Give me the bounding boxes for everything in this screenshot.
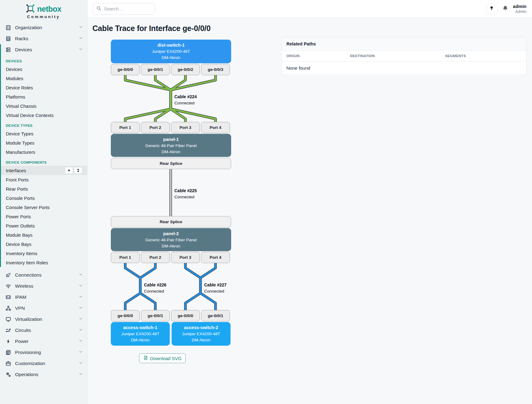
trace-node-panel1[interactable]: panel-1Generic 48-Pair Fiber PanelDM-Akr… (111, 134, 231, 157)
related-paths-header-row: ORIGINDESTINATIONSEGMENTS (282, 51, 526, 61)
sidebar-item-device-roles[interactable]: Device Roles (1, 83, 87, 92)
sidebar-section-header: DEVICE COMPONENTS (6, 161, 82, 164)
app-root: netbox Community Organization Racks Devi… (0, 0, 532, 404)
cable-label-227[interactable]: Cable #227Connected (204, 282, 227, 294)
sidebar-nav: Organization Racks Devices DEVICESDevice… (0, 22, 87, 380)
sidebar-devices-group: Devices DEVICESDevicesModulesDevice Role… (0, 44, 87, 267)
related-paths-card: Related Paths ORIGINDESTINATIONSEGMENTS … (282, 37, 526, 75)
search-box[interactable] (92, 3, 155, 15)
trace-port-origin-interface[interactable]: ge-0/0/3 (201, 64, 230, 75)
trace-port-panel1-front[interactable]: Port 1 (111, 122, 140, 133)
document-icon (6, 350, 11, 355)
monitor-icon (6, 317, 11, 322)
sidebar-item-wireless[interactable]: Wireless (0, 281, 87, 292)
gear-icon (6, 372, 11, 377)
briefcase-icon (6, 361, 11, 366)
sidebar-item-front-ports[interactable]: Front Ports (1, 175, 87, 184)
sidebar-item-circuits[interactable]: Circuits (0, 325, 87, 336)
related-paths-empty-row: None found (282, 61, 526, 75)
trace-port-panel2-front[interactable]: Port 1 (111, 252, 140, 263)
bolt-icon (6, 339, 11, 344)
sidebar-item-power[interactable]: Power (0, 336, 87, 347)
sidebar-item-console-server-ports[interactable]: Console Server Ports (1, 203, 87, 212)
trace-node-panel2[interactable]: panel-2Generic 48-Pair Fiber PanelDM-Akr… (111, 228, 231, 251)
trace-port-origin-interface[interactable]: ge-0/0/1 (141, 64, 170, 75)
vpn-icon (6, 305, 11, 311)
search-input[interactable] (104, 6, 151, 11)
cable-label-225[interactable]: Cable #225Connected (174, 188, 197, 200)
sidebar-item-provisioning[interactable]: Provisioning (0, 347, 87, 358)
sidebar-item-inventory-items[interactable]: Inventory Items (1, 249, 87, 258)
brand[interactable]: netbox Community (0, 0, 87, 22)
plus-icon: + (68, 168, 70, 173)
sidebar-item-console-ports[interactable]: Console Ports (1, 193, 87, 203)
sidebar-item-module-types[interactable]: Module Types (1, 138, 87, 147)
trace-port-panel1-front[interactable]: Port 2 (141, 122, 170, 133)
import-button[interactable]: ↥ (74, 167, 82, 174)
trace-node-access-switch-2[interactable]: access-switch-2Juniper EX4200-48TDM-Akro… (172, 322, 231, 346)
trace-port-dest-interface[interactable]: ge-0/0/0 (171, 310, 200, 321)
theme-toggle-button[interactable] (486, 4, 498, 14)
column-header-segments: SEGMENTS (445, 54, 522, 58)
sidebar-item-customization[interactable]: Customization (0, 358, 87, 369)
trace-node-origin-device[interactable]: dist-switch-1Juniper EX4200-48TDM-Akron (111, 40, 231, 63)
brand-subtitle: Community (0, 14, 87, 19)
notifications-button[interactable] (502, 5, 508, 13)
sidebar-bottom-items: Connections Wireless IPAM VPN Virtualiza… (0, 270, 87, 380)
add-button[interactable]: + (65, 167, 73, 174)
sidebar-item-module-bays[interactable]: Module Bays (1, 230, 87, 239)
trace-port-panel1-rear[interactable]: Rear Splice (111, 158, 231, 169)
sidebar-item-vpn[interactable]: VPN (0, 303, 87, 314)
sidebar-item-power-ports[interactable]: Power Ports (1, 212, 87, 221)
sidebar-item-platforms[interactable]: Platforms (1, 92, 87, 101)
cable-label-226[interactable]: Cable #226Connected (144, 282, 166, 294)
sidebar-item-virtual-device-contexts[interactable]: Virtual Device Contexts (1, 111, 87, 120)
sidebar-item-device-types[interactable]: Device Types (1, 129, 87, 138)
trace-port-panel1-front[interactable]: Port 3 (171, 122, 200, 133)
trace-port-origin-interface[interactable]: ge-0/0/0 (111, 64, 140, 75)
wifi-icon (6, 283, 11, 289)
trace-port-dest-interface[interactable]: ge-0/0/0 (111, 310, 140, 321)
sidebar-item-racks[interactable]: Racks (0, 33, 87, 44)
trace-port-panel2-front[interactable]: Port 4 (201, 252, 230, 263)
column-header-origin: ORIGIN (286, 54, 350, 58)
trace-port-panel1-front[interactable]: Port 4 (201, 122, 230, 133)
trace-port-panel2-front[interactable]: Port 2 (141, 252, 170, 263)
trace-node-access-switch-1[interactable]: access-switch-1Juniper EX4200-48TDM-Akro… (111, 322, 170, 346)
sidebar-section-header: DEVICE TYPES (6, 124, 82, 127)
sidebar-item-connections[interactable]: Connections (0, 270, 87, 281)
lightbulb-icon (489, 6, 494, 12)
chevron-down-icon (79, 36, 83, 41)
search-icon (96, 6, 101, 12)
chevron-down-icon (79, 350, 83, 355)
sidebar: netbox Community Organization Racks Devi… (0, 0, 87, 404)
sidebar-item-power-outlets[interactable]: Power Outlets (1, 221, 87, 230)
download-svg-button[interactable]: Download SVG (139, 353, 186, 363)
sidebar-item-manufacturers[interactable]: Manufacturers (1, 147, 87, 157)
sidebar-item-ipam[interactable]: IPAM (0, 292, 87, 303)
bell-icon (502, 7, 508, 12)
trace-port-origin-interface[interactable]: ge-0/0/2 (171, 64, 200, 75)
sidebar-item-device-bays[interactable]: Device Bays (1, 239, 87, 249)
sidebar-item-interfaces[interactable]: Interfaces+↥ (1, 166, 87, 175)
sidebar-item-modules[interactable]: Modules (1, 74, 87, 83)
netbox-logo-icon (26, 4, 35, 14)
cable-lines (110, 38, 232, 347)
sidebar-item-virtual-chassis[interactable]: Virtual Chassis (1, 101, 87, 111)
chevron-down-icon (79, 272, 83, 278)
trace-port-panel2-front[interactable]: Port 3 (171, 252, 200, 263)
user-menu[interactable]: admin Admin (513, 4, 526, 14)
sidebar-item-rear-ports[interactable]: Rear Ports (1, 184, 87, 193)
trace-port-dest-interface[interactable]: ge-0/0/1 (141, 310, 170, 321)
rack-icon (6, 36, 11, 41)
sidebar-item-devices[interactable]: Devices (1, 44, 87, 55)
trace-port-panel2-rear[interactable]: Rear Splice (111, 216, 231, 227)
sidebar-item-operations[interactable]: Operations (0, 369, 87, 380)
cable-label-224[interactable]: Cable #224Connected (174, 94, 197, 106)
sidebar-item-inventory-item-roles[interactable]: Inventory Item Roles (1, 258, 87, 267)
page-content: Cable Trace for Interface ge-0/0/0 dist-… (87, 18, 532, 404)
sidebar-item-virtualization[interactable]: Virtualization (0, 314, 87, 325)
sidebar-item-devices[interactable]: Devices (1, 64, 87, 74)
sidebar-item-organization[interactable]: Organization (0, 22, 87, 33)
trace-port-dest-interface[interactable]: ge-0/0/1 (201, 310, 230, 321)
